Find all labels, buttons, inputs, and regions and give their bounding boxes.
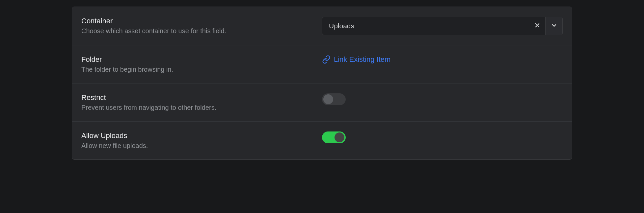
link-existing-item-label: Link Existing Item [334,55,390,64]
toggle-knob [323,94,333,104]
link-icon [322,55,331,64]
close-icon [535,23,540,29]
folder-row: Folder The folder to begin browsing in. … [72,45,572,83]
chevron-down-icon [551,22,557,30]
restrict-description: Prevent users from navigating to other f… [81,104,322,111]
allow-uploads-label: Allow Uploads [81,131,322,140]
restrict-label: Restrict [81,93,322,102]
restrict-toggle[interactable] [322,93,346,105]
container-control: Uploads [322,17,563,35]
link-existing-item-button[interactable]: Link Existing Item [322,55,390,64]
container-clear-button[interactable] [529,17,545,35]
container-dropdown-button[interactable] [545,17,562,35]
toggle-knob [335,132,344,142]
folder-label-group: Folder The folder to begin browsing in. [81,55,322,73]
allow-uploads-label-group: Allow Uploads Allow new file uploads. [81,131,322,150]
folder-label: Folder [81,55,322,64]
restrict-label-group: Restrict Prevent users from navigating t… [81,93,322,111]
container-select[interactable]: Uploads [322,17,563,35]
restrict-control [322,93,563,105]
container-description: Choose which asset container to use for … [81,27,322,35]
container-select-value: Uploads [322,17,529,35]
folder-description: The folder to begin browsing in. [81,66,322,73]
allow-uploads-description: Allow new file uploads. [81,142,322,150]
allow-uploads-control [322,131,563,143]
container-row: Container Choose which asset container t… [72,7,572,45]
allow-uploads-row: Allow Uploads Allow new file uploads. [72,122,572,159]
restrict-row: Restrict Prevent users from navigating t… [72,83,572,122]
settings-panel: Container Choose which asset container t… [72,7,572,160]
allow-uploads-toggle[interactable] [322,131,346,143]
folder-control: Link Existing Item [322,55,563,64]
container-label: Container [81,17,322,25]
container-label-group: Container Choose which asset container t… [81,17,322,35]
